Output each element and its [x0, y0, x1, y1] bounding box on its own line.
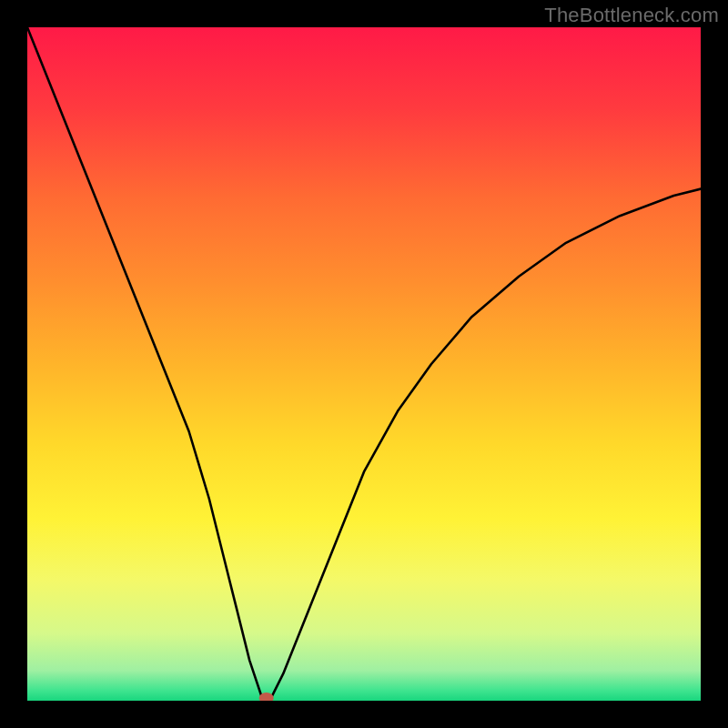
chart-frame: TheBottleneck.com [0, 0, 728, 728]
gradient-background [27, 27, 701, 701]
plot-area [27, 27, 701, 701]
chart-canvas [27, 27, 701, 701]
watermark-text: TheBottleneck.com [544, 4, 719, 27]
